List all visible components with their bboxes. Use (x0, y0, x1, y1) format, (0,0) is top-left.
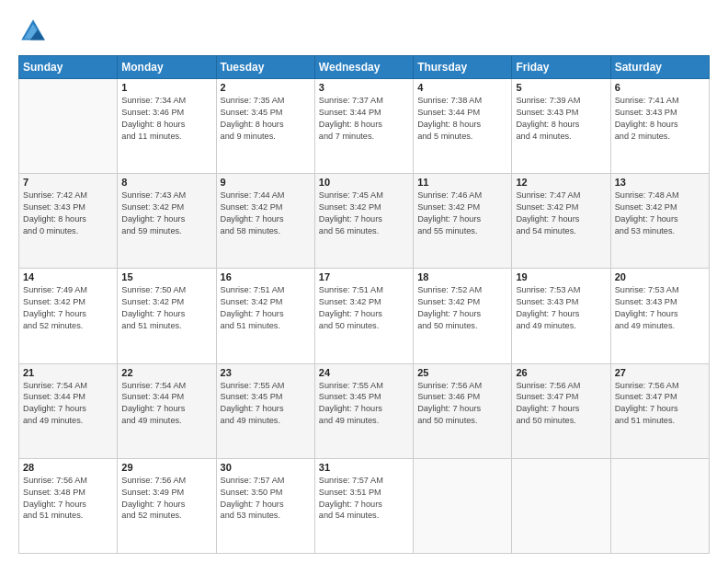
day-number: 15 (121, 271, 211, 282)
day-number: 4 (417, 82, 507, 93)
day-number: 28 (23, 462, 113, 473)
calendar-day-2: 2Sunrise: 7:35 AMSunset: 3:45 PMDaylight… (216, 79, 314, 174)
calendar-day-26: 26Sunrise: 7:56 AMSunset: 3:47 PMDayligh… (512, 363, 610, 458)
day-number: 30 (221, 462, 311, 473)
calendar-day-20: 20Sunrise: 7:53 AMSunset: 3:43 PMDayligh… (610, 269, 709, 363)
day-number: 1 (121, 82, 211, 93)
day-info: Sunrise: 7:56 AMSunset: 3:46 PMDaylight:… (417, 380, 507, 428)
calendar-empty-cell (19, 79, 118, 174)
day-number: 22 (121, 367, 211, 378)
calendar-empty-cell (512, 458, 610, 553)
calendar-day-18: 18Sunrise: 7:52 AMSunset: 3:42 PMDayligh… (414, 269, 512, 363)
day-info: Sunrise: 7:55 AMSunset: 3:45 PMDaylight:… (221, 380, 311, 428)
calendar-day-16: 16Sunrise: 7:51 AMSunset: 3:42 PMDayligh… (216, 269, 314, 363)
calendar-day-1: 1Sunrise: 7:34 AMSunset: 3:46 PMDaylight… (118, 79, 216, 174)
calendar-day-11: 11Sunrise: 7:46 AMSunset: 3:42 PMDayligh… (414, 174, 512, 269)
day-info: Sunrise: 7:54 AMSunset: 3:44 PMDaylight:… (121, 380, 211, 428)
calendar-day-6: 6Sunrise: 7:41 AMSunset: 3:43 PMDaylight… (610, 79, 709, 174)
calendar-day-23: 23Sunrise: 7:55 AMSunset: 3:45 PMDayligh… (216, 363, 314, 458)
day-number: 16 (221, 271, 311, 282)
day-number: 20 (615, 271, 705, 282)
day-number: 27 (615, 367, 705, 378)
calendar-day-24: 24Sunrise: 7:55 AMSunset: 3:45 PMDayligh… (314, 363, 413, 458)
weekday-header-wednesday: Wednesday (314, 56, 413, 79)
day-info: Sunrise: 7:34 AMSunset: 3:46 PMDaylight:… (121, 95, 211, 143)
calendar-day-8: 8Sunrise: 7:43 AMSunset: 3:42 PMDaylight… (118, 174, 216, 269)
day-number: 18 (417, 271, 507, 282)
day-info: Sunrise: 7:54 AMSunset: 3:44 PMDaylight:… (23, 380, 113, 428)
day-number: 7 (23, 177, 113, 188)
day-number: 25 (417, 367, 507, 378)
day-number: 26 (516, 367, 606, 378)
weekday-header-sunday: Sunday (19, 56, 118, 79)
day-info: Sunrise: 7:44 AMSunset: 3:42 PMDaylight:… (221, 190, 311, 237)
day-info: Sunrise: 7:53 AMSunset: 3:43 PMDaylight:… (516, 284, 606, 332)
calendar-day-17: 17Sunrise: 7:51 AMSunset: 3:42 PMDayligh… (314, 269, 413, 363)
page: SundayMondayTuesdayWednesdayThursdayFrid… (0, 0, 728, 563)
calendar-day-5: 5Sunrise: 7:39 AMSunset: 3:43 PMDaylight… (512, 79, 610, 174)
day-info: Sunrise: 7:37 AMSunset: 3:44 PMDaylight:… (319, 95, 409, 143)
weekday-header-monday: Monday (118, 56, 216, 79)
calendar-day-30: 30Sunrise: 7:57 AMSunset: 3:50 PMDayligh… (216, 458, 314, 553)
calendar-table: SundayMondayTuesdayWednesdayThursdayFrid… (18, 55, 710, 554)
day-number: 14 (23, 271, 113, 282)
calendar-week-row: 1Sunrise: 7:34 AMSunset: 3:46 PMDaylight… (19, 79, 710, 174)
day-info: Sunrise: 7:38 AMSunset: 3:44 PMDaylight:… (417, 95, 507, 143)
day-info: Sunrise: 7:56 AMSunset: 3:49 PMDaylight:… (121, 475, 211, 523)
calendar-day-25: 25Sunrise: 7:56 AMSunset: 3:46 PMDayligh… (414, 363, 512, 458)
day-number: 24 (319, 367, 409, 378)
day-number: 19 (516, 271, 606, 282)
day-number: 12 (516, 177, 606, 188)
calendar-day-19: 19Sunrise: 7:53 AMSunset: 3:43 PMDayligh… (512, 269, 610, 363)
header (18, 17, 710, 46)
day-number: 13 (615, 177, 705, 188)
calendar-week-row: 14Sunrise: 7:49 AMSunset: 3:42 PMDayligh… (19, 269, 710, 363)
calendar-day-13: 13Sunrise: 7:48 AMSunset: 3:42 PMDayligh… (610, 174, 709, 269)
day-info: Sunrise: 7:52 AMSunset: 3:42 PMDaylight:… (417, 284, 507, 332)
day-number: 21 (23, 367, 113, 378)
day-number: 6 (615, 82, 705, 93)
day-info: Sunrise: 7:56 AMSunset: 3:47 PMDaylight:… (615, 380, 705, 428)
day-number: 3 (319, 82, 409, 93)
weekday-header-thursday: Thursday (414, 56, 512, 79)
day-number: 5 (516, 82, 606, 93)
calendar-week-row: 28Sunrise: 7:56 AMSunset: 3:48 PMDayligh… (19, 458, 710, 553)
day-number: 10 (319, 177, 409, 188)
day-info: Sunrise: 7:49 AMSunset: 3:42 PMDaylight:… (23, 284, 113, 332)
day-info: Sunrise: 7:39 AMSunset: 3:43 PMDaylight:… (516, 95, 606, 143)
calendar-day-22: 22Sunrise: 7:54 AMSunset: 3:44 PMDayligh… (118, 363, 216, 458)
calendar-day-7: 7Sunrise: 7:42 AMSunset: 3:43 PMDaylight… (19, 174, 118, 269)
day-number: 2 (221, 82, 311, 93)
calendar-day-31: 31Sunrise: 7:57 AMSunset: 3:51 PMDayligh… (314, 458, 413, 553)
day-info: Sunrise: 7:53 AMSunset: 3:43 PMDaylight:… (615, 284, 705, 332)
day-info: Sunrise: 7:47 AMSunset: 3:42 PMDaylight:… (516, 190, 606, 237)
day-info: Sunrise: 7:43 AMSunset: 3:42 PMDaylight:… (121, 190, 211, 237)
logo-icon (18, 17, 48, 46)
calendar-empty-cell (414, 458, 512, 553)
day-info: Sunrise: 7:57 AMSunset: 3:51 PMDaylight:… (319, 475, 409, 523)
day-number: 11 (417, 177, 507, 188)
day-info: Sunrise: 7:46 AMSunset: 3:42 PMDaylight:… (417, 190, 507, 237)
weekday-header-row: SundayMondayTuesdayWednesdayThursdayFrid… (19, 56, 710, 79)
day-number: 31 (319, 462, 409, 473)
day-info: Sunrise: 7:56 AMSunset: 3:47 PMDaylight:… (516, 380, 606, 428)
day-info: Sunrise: 7:41 AMSunset: 3:43 PMDaylight:… (615, 95, 705, 143)
day-number: 23 (221, 367, 311, 378)
weekday-header-saturday: Saturday (610, 56, 709, 79)
day-number: 9 (221, 177, 311, 188)
calendar-day-12: 12Sunrise: 7:47 AMSunset: 3:42 PMDayligh… (512, 174, 610, 269)
calendar-week-row: 21Sunrise: 7:54 AMSunset: 3:44 PMDayligh… (19, 363, 710, 458)
calendar-day-28: 28Sunrise: 7:56 AMSunset: 3:48 PMDayligh… (19, 458, 118, 553)
calendar-day-14: 14Sunrise: 7:49 AMSunset: 3:42 PMDayligh… (19, 269, 118, 363)
calendar-day-15: 15Sunrise: 7:50 AMSunset: 3:42 PMDayligh… (118, 269, 216, 363)
calendar-empty-cell (610, 458, 709, 553)
calendar-day-21: 21Sunrise: 7:54 AMSunset: 3:44 PMDayligh… (19, 363, 118, 458)
calendar-day-4: 4Sunrise: 7:38 AMSunset: 3:44 PMDaylight… (414, 79, 512, 174)
day-info: Sunrise: 7:42 AMSunset: 3:43 PMDaylight:… (23, 190, 113, 237)
calendar-day-10: 10Sunrise: 7:45 AMSunset: 3:42 PMDayligh… (314, 174, 413, 269)
day-info: Sunrise: 7:56 AMSunset: 3:48 PMDaylight:… (23, 475, 113, 523)
day-number: 8 (121, 177, 211, 188)
logo (18, 17, 53, 46)
day-info: Sunrise: 7:35 AMSunset: 3:45 PMDaylight:… (221, 95, 311, 143)
day-number: 17 (319, 271, 409, 282)
